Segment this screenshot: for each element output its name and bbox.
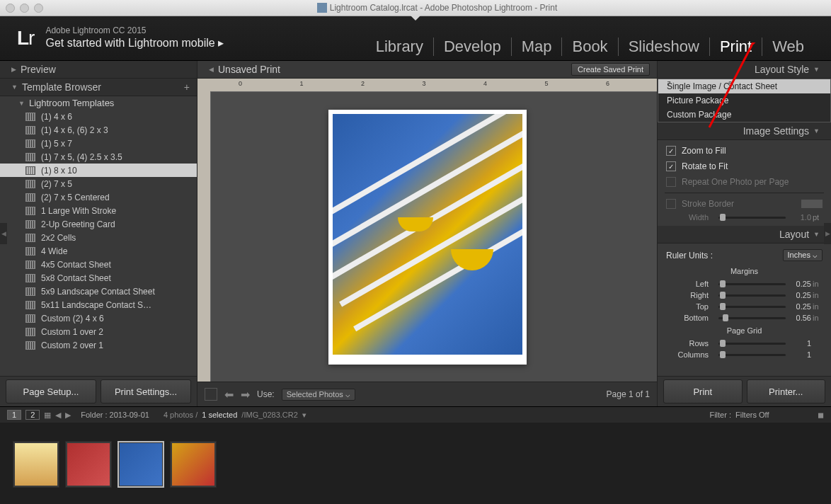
template-item[interactable]: 4x5 Contact Sheet xyxy=(0,258,197,271)
filter-select[interactable]: Filters Off xyxy=(735,411,813,419)
module-slideshow[interactable]: Slideshow xyxy=(619,38,710,56)
template-item[interactable]: 1 Large With Stroke xyxy=(0,204,197,217)
template-icon xyxy=(25,220,35,229)
thumbnail-selected[interactable] xyxy=(118,441,164,488)
selected-count: 1 selected xyxy=(202,411,237,419)
jump-fwd-icon[interactable]: ▶ xyxy=(65,411,71,420)
template-item[interactable]: (1) 7 x 5, (4) 2.5 x 3.5 xyxy=(0,150,197,164)
template-icon xyxy=(25,301,35,309)
module-map[interactable]: Map xyxy=(512,38,563,56)
margin-top-slider[interactable] xyxy=(718,306,786,308)
template-folder[interactable]: ▼Lightroom Templates xyxy=(0,96,197,110)
preview-panel-header[interactable]: ▶Preview xyxy=(0,61,197,79)
module-library[interactable]: Library xyxy=(366,38,434,56)
thumbnail[interactable] xyxy=(65,441,112,488)
right-panel: Layout Style▼ Single Image / Contact She… xyxy=(657,61,831,406)
prev-page-button[interactable]: ⬅ xyxy=(224,388,234,401)
template-item[interactable]: 2-Up Greeting Card xyxy=(0,217,197,231)
print-photo[interactable] xyxy=(333,114,522,355)
stroke-color-swatch[interactable] xyxy=(801,200,823,208)
thumbnail[interactable] xyxy=(170,441,217,488)
folder-label[interactable]: Folder : 2013-09-01 xyxy=(81,411,149,419)
filmstrip-bar: 1 2 ▦ ◀ ▶ Folder : 2013-09-01 4 photos /… xyxy=(0,407,831,423)
printer-button[interactable]: Printer... xyxy=(747,379,826,403)
template-item[interactable]: (1) 4 x 6, (6) 2 x 3 xyxy=(0,123,197,137)
primary-display-button[interactable]: 1 xyxy=(7,410,21,420)
template-item[interactable]: 5x9 Landscape Contact Sheet xyxy=(0,285,197,298)
chevron-down-icon[interactable]: ▾ xyxy=(302,411,306,420)
zoom-window-button[interactable] xyxy=(34,4,43,13)
use-select[interactable]: Selected Photos ⌵ xyxy=(282,389,355,401)
ruler-horizontal xyxy=(210,79,657,92)
add-template-button[interactable]: + xyxy=(184,81,190,93)
module-develop[interactable]: Develop xyxy=(434,38,512,56)
right-panel-collapse[interactable]: ▶ xyxy=(824,223,831,244)
stroke-width-slider[interactable] xyxy=(718,217,786,219)
thumbnail[interactable] xyxy=(13,441,59,488)
template-icon xyxy=(25,113,35,121)
module-print[interactable]: Print xyxy=(710,38,762,56)
repeat-photo-checkbox[interactable]: Repeat One Photo per Page xyxy=(658,174,831,190)
template-item[interactable]: 4 Wide xyxy=(0,244,197,258)
select-all-checkbox[interactable] xyxy=(205,388,217,401)
next-page-button[interactable]: ➡ xyxy=(241,388,250,401)
rows-slider[interactable] xyxy=(718,343,786,345)
use-label: Use: xyxy=(257,389,275,399)
module-web[interactable]: Web xyxy=(762,38,814,56)
template-icon xyxy=(25,328,35,336)
template-item[interactable]: (2) 7 x 5 xyxy=(0,177,197,190)
panel-collapse-arrow-top[interactable] xyxy=(411,16,420,21)
template-icon xyxy=(25,207,35,215)
margin-bottom-slider[interactable] xyxy=(718,317,786,319)
template-icon xyxy=(25,314,35,323)
grid-view-icon[interactable]: ▦ xyxy=(44,411,51,420)
template-item[interactable]: (2) 7 x 5 Centered xyxy=(0,190,197,204)
template-item[interactable]: Custom 1 over 2 xyxy=(0,325,197,338)
template-icon xyxy=(25,247,35,256)
filter-lock-icon[interactable]: ◼ xyxy=(818,411,824,420)
jump-back-icon[interactable]: ◀ xyxy=(55,411,61,420)
print-settings-button[interactable]: Print Settings... xyxy=(101,379,191,403)
layout-header[interactable]: Layout▼ xyxy=(658,226,831,244)
template-item[interactable]: (1) 4 x 6 xyxy=(0,110,197,123)
print-title: Unsaved Print xyxy=(218,64,280,75)
ruler-units-select[interactable]: Inches ⌵ xyxy=(783,249,823,261)
print-page[interactable] xyxy=(328,110,527,365)
print-button[interactable]: Print xyxy=(663,379,743,403)
template-item[interactable]: 5x8 Contact Sheet xyxy=(0,271,197,285)
columns-slider[interactable] xyxy=(718,354,786,356)
chevron-right-icon: ▸ xyxy=(218,37,224,49)
page-status: Page 1 of 1 xyxy=(607,389,650,399)
layout-style-custom[interactable]: Custom Package xyxy=(658,108,830,122)
template-item-selected[interactable]: (1) 8 x 10 xyxy=(0,164,197,177)
layout-style-picture[interactable]: Picture Package xyxy=(658,93,830,108)
chevron-down-icon: ▼ xyxy=(11,84,18,91)
secondary-display-button[interactable]: 2 xyxy=(25,410,40,420)
template-item[interactable]: Custom 2 over 1 xyxy=(0,338,197,352)
image-settings-header[interactable]: Image Settings▼ xyxy=(658,122,831,140)
rotate-to-fit-checkbox[interactable]: ✓Rotate to Fit xyxy=(658,159,831,174)
template-item[interactable]: (1) 5 x 7 xyxy=(0,137,197,150)
stroke-border-checkbox[interactable]: Stroke Border xyxy=(658,196,831,212)
zoom-to-fill-checkbox[interactable]: ✓Zoom to Fill xyxy=(658,143,831,159)
template-icon xyxy=(25,341,35,350)
template-item[interactable]: 2x2 Cells xyxy=(0,231,197,244)
photo-count: 4 photos / xyxy=(164,411,197,419)
print-canvas[interactable] xyxy=(197,79,657,382)
thumbnail-strip[interactable] xyxy=(0,423,831,504)
page-setup-button[interactable]: Page Setup... xyxy=(6,379,96,403)
margin-right-slider[interactable] xyxy=(718,294,786,297)
template-item[interactable]: Custom (2) 4 x 6 xyxy=(0,311,197,325)
module-book[interactable]: Book xyxy=(562,38,618,56)
template-item[interactable]: 5x11 Landscape Contact S… xyxy=(0,298,197,311)
margin-left-slider[interactable] xyxy=(718,283,786,285)
layout-style-header[interactable]: Layout Style▼ xyxy=(658,61,831,79)
minimize-window-button[interactable] xyxy=(20,4,29,13)
mobile-link[interactable]: Get started with Lightroom mobile xyxy=(45,37,214,49)
lightroom-logo: Lr xyxy=(17,27,34,50)
template-icon xyxy=(25,234,35,242)
template-browser-header[interactable]: ▼Template Browser+ xyxy=(0,79,197,96)
left-panel-collapse[interactable]: ◀ xyxy=(0,223,7,244)
create-saved-print-button[interactable]: Create Saved Print xyxy=(571,63,650,76)
close-window-button[interactable] xyxy=(6,4,15,13)
